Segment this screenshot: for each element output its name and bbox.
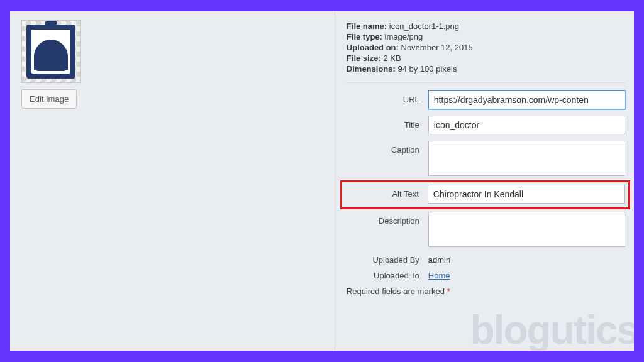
alt-text-input[interactable] [428, 185, 625, 204]
preview-column: Edit Image [10, 11, 335, 351]
file-name-value: icon_doctor1-1.png [389, 21, 459, 31]
media-details-panel: Edit Image File name: icon_doctor1-1.png… [10, 11, 634, 351]
edit-image-button[interactable]: Edit Image [21, 89, 77, 109]
file-size-value: 2 KB [383, 53, 401, 63]
url-row: URL [347, 90, 625, 109]
url-input[interactable] [428, 90, 625, 109]
divider [347, 82, 625, 83]
uploaded-by-row: Uploaded By admin [347, 255, 625, 265]
doctor-icon [26, 25, 75, 79]
attachment-thumbnail [21, 20, 80, 83]
details-column: File name: icon_doctor1-1.png File type:… [335, 11, 634, 351]
alt-text-label: Alt Text [346, 185, 428, 199]
dimensions-label: Dimensions: [347, 64, 396, 74]
file-meta: File name: icon_doctor1-1.png File type:… [347, 21, 625, 74]
description-label: Description [347, 212, 428, 226]
uploaded-on-label: Uploaded on: [347, 43, 399, 52]
file-size-label: File size: [347, 53, 381, 63]
uploaded-to-label: Uploaded To [347, 271, 428, 280]
uploaded-on-value: November 12, 2015 [401, 43, 473, 52]
uploaded-by-value: admin [428, 255, 450, 265]
title-input[interactable] [428, 116, 625, 134]
alt-text-highlight: Alt Text [340, 180, 630, 209]
caption-label: Caption [347, 141, 428, 155]
caption-row: Caption [347, 141, 625, 178]
file-type-value: image/png [385, 32, 423, 41]
uploaded-to-link[interactable]: Home [428, 271, 450, 280]
file-type-label: File type: [347, 32, 382, 41]
caption-input[interactable] [428, 141, 625, 176]
url-label: URL [347, 90, 428, 104]
description-row: Description [347, 212, 625, 249]
file-name-label: File name: [347, 21, 387, 31]
dimensions-value: 94 by 100 pixels [397, 64, 457, 74]
title-label: Title [347, 116, 428, 129]
title-row: Title [347, 116, 625, 134]
description-input[interactable] [428, 212, 625, 247]
watermark: blogutics [470, 307, 634, 351]
alt-text-row: Alt Text [346, 185, 625, 204]
uploaded-by-label: Uploaded By [347, 255, 428, 265]
required-note: Required fields are marked * [347, 287, 625, 296]
uploaded-to-row: Uploaded To Home [347, 271, 625, 280]
required-asterisk: * [447, 287, 450, 296]
